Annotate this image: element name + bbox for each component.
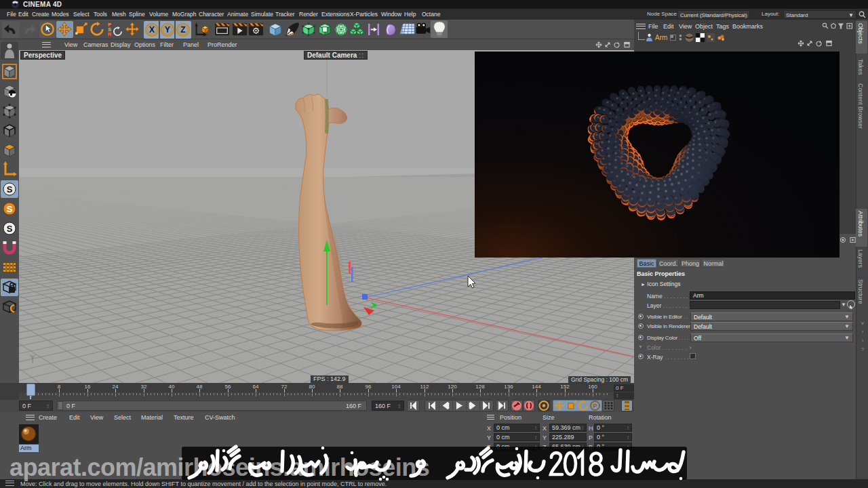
svg-text:S: S xyxy=(7,184,13,195)
svg-text:S: S xyxy=(7,224,13,234)
svg-text:Z: Z xyxy=(180,25,185,35)
svg-text:S: S xyxy=(7,204,13,214)
svg-text:P: P xyxy=(593,403,597,409)
svg-text:Y: Y xyxy=(165,25,170,35)
svg-text:X: X xyxy=(149,25,155,35)
